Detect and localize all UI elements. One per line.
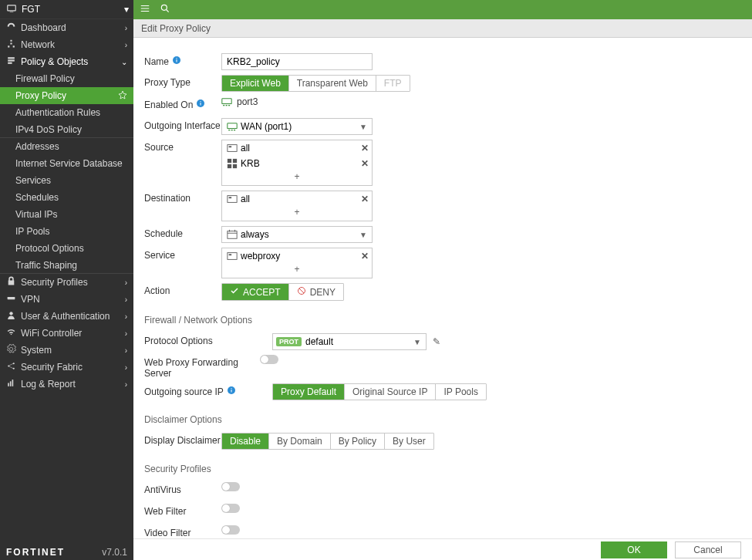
service-item[interactable]: webproxy ✕ — [222, 248, 372, 264]
remove-icon[interactable]: ✕ — [361, 158, 369, 169]
outgoing-interface-label: Outgoing Interface — [144, 118, 221, 131]
group-icon — [227, 158, 238, 169]
form-content: Name Proxy Type Explicit Web Transparent… — [133, 38, 752, 560]
antivirus-toggle[interactable] — [221, 482, 240, 491]
add-service[interactable]: + — [222, 264, 372, 278]
ok-button[interactable]: OK — [601, 541, 667, 558]
add-source[interactable]: + — [222, 171, 372, 185]
version-label: v7.0.1 — [102, 547, 127, 558]
osip-original[interactable]: Original Source IP — [345, 384, 436, 400]
add-destination[interactable]: + — [222, 207, 372, 221]
sidebar-item-network[interactable]: Network › — [0, 36, 133, 53]
disc-user[interactable]: By User — [385, 433, 433, 449]
osip-proxy-default[interactable]: Proxy Default — [273, 384, 345, 400]
info-icon[interactable] — [227, 386, 236, 397]
destination-box[interactable]: all ✕ + — [221, 191, 373, 221]
sidebar-sub-addresses[interactable]: Addresses — [0, 138, 133, 155]
info-icon[interactable] — [172, 56, 181, 67]
sidebar-item-policy-objects[interactable]: Policy & Objects ⌄ — [0, 53, 133, 70]
proxy-type-explicit[interactable]: Explicit Web — [222, 76, 289, 91]
action-accept[interactable]: ACCEPT — [222, 284, 289, 300]
sidebar-sub-proxy-policy[interactable]: Proxy Policy — [0, 87, 133, 104]
svg-rect-30 — [228, 159, 231, 163]
sidebar-item-vpn[interactable]: VPN› — [0, 291, 133, 308]
svg-rect-16 — [177, 58, 177, 59]
edit-icon[interactable]: ✎ — [433, 336, 440, 347]
svg-rect-38 — [229, 254, 232, 255]
sidebar-item-dashboard[interactable]: Dashboard › — [0, 19, 133, 36]
svg-point-6 — [9, 312, 12, 315]
osip-ippools[interactable]: IP Pools — [436, 384, 485, 400]
section-firewall-options: Firewall / Network Options — [144, 315, 744, 326]
remove-icon[interactable]: ✕ — [361, 194, 369, 204]
destination-item[interactable]: all ✕ — [222, 191, 372, 207]
schedule-select[interactable]: always ▼ — [221, 226, 373, 243]
disc-disable[interactable]: Disable — [222, 433, 269, 449]
deny-icon — [297, 286, 306, 298]
webfilter-toggle[interactable] — [221, 504, 240, 513]
destination-label: Destination — [144, 191, 221, 204]
sidebar-sub-ipv4-dos[interactable]: IPv4 DoS Policy — [0, 121, 133, 138]
proxy-type-ftp[interactable]: FTP — [376, 76, 410, 91]
outgoing-interface-select[interactable]: WAN (port1) ▼ — [221, 118, 373, 135]
sidebar-item-user-auth[interactable]: User & Authentication› — [0, 308, 133, 325]
sidebar-sub-proto-opts[interactable]: Protocol Options — [0, 240, 133, 257]
service-box[interactable]: webproxy ✕ + — [221, 248, 373, 278]
source-box[interactable]: all ✕ KRB ✕ + — [221, 140, 373, 186]
info-icon[interactable] — [196, 99, 205, 110]
device-selector[interactable]: FGT ▾ — [0, 0, 133, 19]
proxy-type-segmented: Explicit Web Transparent Web FTP — [221, 75, 410, 92]
svg-rect-27 — [234, 129, 235, 130]
svg-rect-34 — [228, 196, 237, 203]
device-name: FGT — [22, 4, 40, 15]
name-label: Name — [144, 53, 221, 67]
videofilter-toggle[interactable] — [221, 525, 240, 535]
sidebar-sub-ip-pools[interactable]: IP Pools — [0, 223, 133, 240]
action-deny[interactable]: DENY — [289, 284, 343, 300]
enabled-on-value[interactable]: port3 — [221, 96, 258, 107]
network-icon — [6, 39, 16, 51]
svg-rect-15 — [177, 59, 177, 62]
sidebar-sub-traffic-shaping[interactable]: Traffic Shaping — [0, 257, 133, 274]
svg-rect-4 — [8, 62, 12, 64]
name-input[interactable] — [221, 53, 373, 70]
proxy-type-transparent[interactable]: Transparent Web — [289, 76, 376, 91]
source-item[interactable]: KRB ✕ — [222, 156, 372, 171]
chevron-down-icon: ▾ — [124, 4, 129, 15]
sidebar-sub-isdb[interactable]: Internet Service Database — [0, 155, 133, 172]
disc-policy[interactable]: By Policy — [331, 433, 385, 449]
svg-rect-32 — [228, 164, 231, 168]
user-icon — [6, 310, 16, 322]
schedule-icon — [227, 229, 238, 240]
wpfs-toggle[interactable] — [260, 355, 278, 364]
svg-rect-29 — [229, 146, 232, 147]
sidebar-sub-auth-rules[interactable]: Authentication Rules — [0, 104, 133, 121]
service-label: Service — [144, 248, 221, 261]
source-item[interactable]: all ✕ — [222, 140, 372, 156]
svg-rect-33 — [233, 164, 237, 168]
sidebar-item-system[interactable]: System› — [0, 342, 133, 359]
remove-icon[interactable]: ✕ — [361, 143, 369, 153]
check-icon — [230, 286, 239, 298]
remove-icon[interactable]: ✕ — [361, 251, 369, 261]
cancel-button[interactable]: Cancel — [675, 541, 741, 558]
sidebar-item-wifi[interactable]: WiFi Controller› — [0, 325, 133, 342]
svg-rect-22 — [226, 104, 228, 105]
sidebar-item-log-report[interactable]: Log & Report› — [0, 376, 133, 393]
videofilter-label: Video Filter — [144, 525, 221, 538]
sidebar-sub-schedules[interactable]: Schedules — [0, 189, 133, 206]
protocol-options-select[interactable]: PROT default ▼ — [272, 333, 427, 350]
display-disclaimer-label: Display Disclaimer — [144, 433, 221, 446]
svg-rect-5 — [8, 297, 15, 299]
search-icon[interactable] — [160, 3, 170, 16]
sidebar-sub-services[interactable]: Services — [0, 172, 133, 189]
sidebar-item-security-profiles[interactable]: Security Profiles› — [0, 274, 133, 291]
outgoing-source-ip-label: Outgoing source IP — [144, 383, 272, 397]
sidebar-sub-vip[interactable]: Virtual IPs — [0, 206, 133, 223]
sidebar-sub-firewall-policy[interactable]: Firewall Policy — [0, 70, 133, 87]
disc-domain[interactable]: By Domain — [269, 433, 331, 449]
sidebar-item-security-fabric[interactable]: Security Fabric› — [0, 359, 133, 376]
svg-rect-2 — [8, 57, 15, 59]
sidebar-footer: FORTINET v7.0.1 — [0, 545, 133, 560]
menu-toggle-icon[interactable] — [140, 3, 150, 16]
